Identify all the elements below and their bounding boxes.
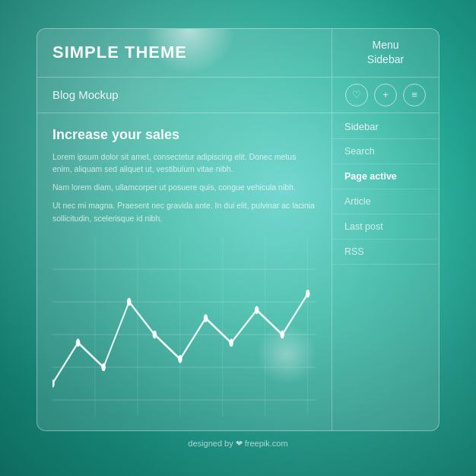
chart-dot bbox=[306, 290, 310, 298]
main-card: SIMPLE THEME MenuSidebar Blog Mockup ♡ +… bbox=[36, 28, 440, 431]
sub-header-icons: ♡ + ≡ bbox=[332, 78, 439, 113]
chart-area bbox=[52, 236, 316, 416]
site-title: SIMPLE THEME bbox=[52, 43, 316, 62]
chart-dot bbox=[153, 331, 157, 339]
nav-item-page-active[interactable]: Page active bbox=[332, 164, 439, 189]
menu-sidebar-label: MenuSidebar bbox=[367, 38, 404, 68]
footer-text: designed by ❤ freepik.com bbox=[188, 439, 287, 448]
sub-header: Blog Mockup ♡ + ≡ bbox=[37, 78, 439, 113]
chart-dot bbox=[178, 355, 182, 363]
menu-icon-button[interactable]: ≡ bbox=[403, 84, 426, 106]
content-area: Increase your sales Lorem ipsum dolor si… bbox=[37, 113, 332, 430]
chart-dot bbox=[255, 306, 259, 314]
sidebar-nav: Sidebar Search Page active Article Last … bbox=[332, 113, 439, 430]
plus-icon-button[interactable]: + bbox=[374, 84, 397, 106]
lorem-paragraph-1: Lorem ipsum dolor sit amet, consectetur … bbox=[52, 151, 316, 176]
chart-dot bbox=[76, 338, 81, 347]
content-headline: Increase your sales bbox=[52, 127, 316, 143]
heart-icon: ♡ bbox=[352, 89, 361, 100]
chart-svg bbox=[52, 236, 316, 416]
header-row: SIMPLE THEME MenuSidebar bbox=[37, 29, 439, 78]
sidebar-section-label: Sidebar bbox=[332, 113, 439, 139]
menu-icon: ≡ bbox=[411, 89, 417, 100]
lorem-paragraph-2: Nam lorem diam, ullamcorper ut posuere q… bbox=[52, 181, 316, 193]
nav-item-last-post[interactable]: Last post bbox=[332, 214, 439, 240]
main-row: Increase your sales Lorem ipsum dolor si… bbox=[37, 113, 439, 430]
chart-dot bbox=[101, 363, 106, 372]
chart-dot bbox=[127, 298, 132, 306]
blog-mockup-area: Blog Mockup bbox=[37, 78, 332, 113]
chart-dot bbox=[229, 338, 233, 347]
chart-dot bbox=[280, 331, 284, 339]
chart-dot bbox=[204, 314, 208, 322]
lorem-paragraph-3: Ut nec mi magna. Praesent nec gravida an… bbox=[52, 199, 316, 224]
plus-icon: + bbox=[382, 89, 389, 100]
nav-item-search[interactable]: Search bbox=[332, 139, 439, 164]
nav-item-article[interactable]: Article bbox=[332, 189, 439, 214]
nav-item-rss[interactable]: RSS bbox=[332, 240, 439, 265]
footer: designed by ❤ freepik.com bbox=[188, 439, 287, 449]
heart-icon-button[interactable]: ♡ bbox=[345, 84, 368, 106]
header-sidebar-area: MenuSidebar bbox=[332, 29, 439, 77]
header-title-area: SIMPLE THEME bbox=[37, 29, 332, 77]
blog-mockup-label: Blog Mockup bbox=[52, 88, 119, 101]
